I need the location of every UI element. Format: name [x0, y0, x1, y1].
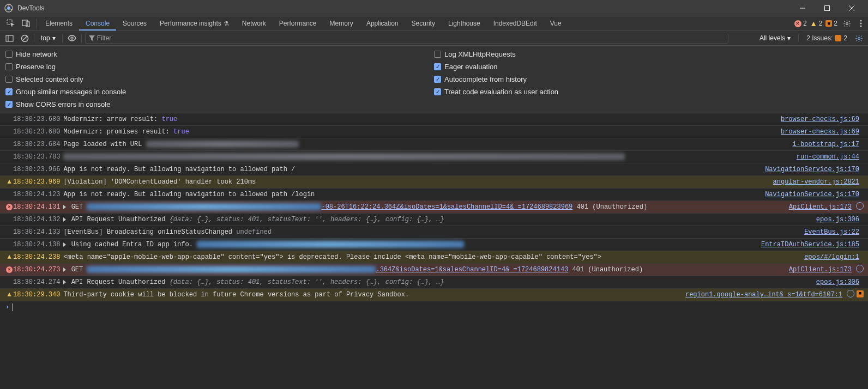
tab-vue[interactable]: Vue	[544, 16, 568, 31]
source-location-link[interactable]: EventBus.js:22	[800, 227, 864, 237]
expand-icon[interactable]	[63, 217, 66, 222]
tab-security[interactable]: Security	[405, 16, 442, 31]
setting-label: Hide network	[16, 50, 57, 58]
console-row[interactable]: ▲18:30:23.969[Violation] 'DOMContentLoad…	[0, 176, 868, 189]
setting-selected-context-only[interactable]: Selected context only	[5, 75, 434, 83]
checkbox-icon	[5, 63, 13, 70]
console-row[interactable]: 18:30:24.138 Using cached Entra ID app i…	[0, 239, 868, 251]
source-location-link[interactable]: EntraIDAuthService.js:185	[757, 240, 864, 250]
checkbox-icon	[5, 101, 13, 108]
setting-group-similar-messages-in-console[interactable]: Group similar messages in console	[5, 88, 434, 96]
issues-link[interactable]: 2 Issues: 2	[806, 34, 847, 42]
warning-icon: ▲	[810, 20, 817, 27]
redacted-text	[63, 153, 625, 160]
message: <meta name="apple-mobile-web-app-capable…	[63, 252, 800, 262]
redacted-text	[87, 203, 321, 210]
source-location-link[interactable]: browser-checks.js:69	[776, 114, 864, 124]
message: API Request Unauthorized {data: {…}, sta…	[63, 277, 811, 287]
context-selector[interactable]: top ▾	[38, 34, 59, 42]
console-settings-button[interactable]	[853, 34, 865, 42]
setting-label: Autocomplete from history	[444, 75, 527, 83]
expand-icon[interactable]	[63, 268, 66, 272]
setting-autocomplete-from-history[interactable]: Autocomplete from history	[434, 75, 863, 83]
filter-input[interactable]: Filter	[85, 33, 728, 44]
tab-elements[interactable]: Elements	[39, 16, 79, 31]
expand-icon[interactable]	[63, 242, 66, 247]
tab-sources[interactable]: Sources	[116, 16, 153, 31]
console-row[interactable]: 18:30:24.274 API Request Unauthorized {d…	[0, 276, 868, 289]
setting-eager-evaluation[interactable]: Eager evaluation	[434, 63, 863, 71]
console-row[interactable]: ✕18:30:24.131 GET -08-26T16:22:24.364Z&i…	[0, 201, 868, 214]
console-row[interactable]: 18:30:24.132 API Request Unauthorized {d…	[0, 214, 868, 226]
window-titlebar: DevTools	[0, 0, 868, 16]
console-prompt[interactable]: ›	[0, 301, 868, 313]
console-row[interactable]: 18:30:24.133[EventBus] Broadcasting onli…	[0, 226, 868, 239]
network-icon[interactable]	[847, 290, 854, 297]
sidebar-toggle-button[interactable]	[3, 32, 15, 44]
window-minimize-button[interactable]	[790, 0, 815, 16]
tab-indexeddbedit[interactable]: IndexedDBEdit	[487, 16, 544, 31]
tab-performance[interactable]: Performance	[273, 16, 323, 31]
tab-network[interactable]: Network	[236, 16, 273, 31]
expand-icon[interactable]	[63, 280, 66, 284]
source-location-link[interactable]: region1.google-analy…int& s=1&tfd=6107:1	[681, 290, 847, 300]
source-location-link[interactable]: epos.js:306	[812, 215, 864, 224]
issue-badge-icon[interactable]: ■	[857, 290, 864, 297]
console-row[interactable]: 18:30:23.680Modernizr: promises result: …	[0, 126, 868, 138]
message: API Request Unauthorized {data: {…}, sta…	[63, 215, 811, 224]
source-location-link[interactable]: NavigationService.js:170	[761, 190, 864, 199]
settings-button[interactable]	[840, 16, 854, 31]
log-levels-dropdown[interactable]: All levels ▾	[760, 34, 791, 42]
setting-preserve-log[interactable]: Preserve log	[5, 63, 434, 71]
console-row[interactable]: 18:30:23.783run-common.js:44	[0, 151, 868, 163]
chrome-logo-icon	[4, 4, 13, 13]
console-row[interactable]: 18:30:23.684Page loaded with URL 1-boots…	[0, 138, 868, 151]
console-row[interactable]: ▲18:30:29.340Third-party cookie will be …	[0, 289, 868, 301]
checkbox-icon	[434, 63, 441, 70]
warning-icon: ▲	[5, 177, 13, 187]
source-location-link[interactable]: epos.js:306	[812, 277, 864, 287]
console-row[interactable]: 18:30:24.123App is not ready. But allowi…	[0, 189, 868, 201]
setting-hide-network[interactable]: Hide network	[5, 50, 434, 58]
tab-application[interactable]: Application	[360, 16, 405, 31]
more-menu-button[interactable]	[854, 16, 868, 31]
source-location-link[interactable]: angular-vendor.js:2821	[769, 177, 864, 187]
console-row[interactable]: 18:30:23.966App is not ready. But allowi…	[0, 163, 868, 176]
network-icon[interactable]	[856, 202, 864, 210]
expand-icon[interactable]	[63, 205, 66, 209]
setting-treat-code-evaluation-as-user-action[interactable]: Treat code evaluation as user action	[434, 88, 863, 96]
clear-console-button[interactable]	[19, 32, 31, 44]
warning-icon: ▲	[5, 252, 13, 262]
source-location-link[interactable]: browser-checks.js:69	[776, 127, 864, 137]
tab-lighthouse[interactable]: Lighthouse	[442, 16, 487, 31]
source-location-link[interactable]: run-common.js:44	[792, 152, 864, 162]
console-row[interactable]: ▲18:30:24.238<meta name="apple-mobile-we…	[0, 251, 868, 264]
setting-log-xmlhttprequests[interactable]: Log XMLHttpRequests	[434, 50, 863, 58]
filter-placeholder: Filter	[97, 34, 112, 42]
tab-memory[interactable]: Memory	[323, 16, 360, 31]
issue-count-badge[interactable]: ■ 2	[825, 20, 837, 27]
network-icon[interactable]	[856, 265, 864, 272]
console-message-list[interactable]: 18:30:23.680Modernizr: arrow result: tru…	[0, 113, 868, 388]
error-count-badge[interactable]: ✕ 2	[794, 20, 807, 27]
source-location-link[interactable]: ApiClient.js:173	[785, 265, 856, 275]
tab-performance-insights[interactable]: Performance insights⚗	[153, 16, 236, 31]
timestamp: 18:30:29.340	[13, 290, 60, 300]
live-expression-button[interactable]	[66, 32, 78, 44]
source-location-link[interactable]: 1-bootstrap.js:17	[788, 139, 864, 149]
tab-console[interactable]: Console	[79, 16, 116, 31]
source-location-link[interactable]: epos/#/login:1	[800, 252, 864, 262]
source-location-link[interactable]: ApiClient.js:173	[785, 202, 856, 212]
console-row[interactable]: ✕18:30:24.273 GET .364Z&isoDates=1&sales…	[0, 264, 868, 276]
setting-show-cors-errors-in-console[interactable]: Show CORS errors in console	[5, 100, 434, 108]
warning-count-badge[interactable]: ▲ 2	[810, 20, 823, 27]
issues-label: 2 Issues:	[806, 34, 833, 42]
source-location-link[interactable]: NavigationService.js:170	[761, 165, 864, 174]
warning-icon: ▲	[5, 290, 13, 300]
inspect-element-button[interactable]	[3, 16, 19, 31]
window-close-button[interactable]	[839, 0, 864, 16]
window-maximize-button[interactable]	[815, 0, 839, 16]
issue-count: 2	[834, 20, 837, 27]
device-toggle-button[interactable]	[19, 16, 34, 31]
console-row[interactable]: 18:30:23.680Modernizr: arrow result: tru…	[0, 113, 868, 126]
